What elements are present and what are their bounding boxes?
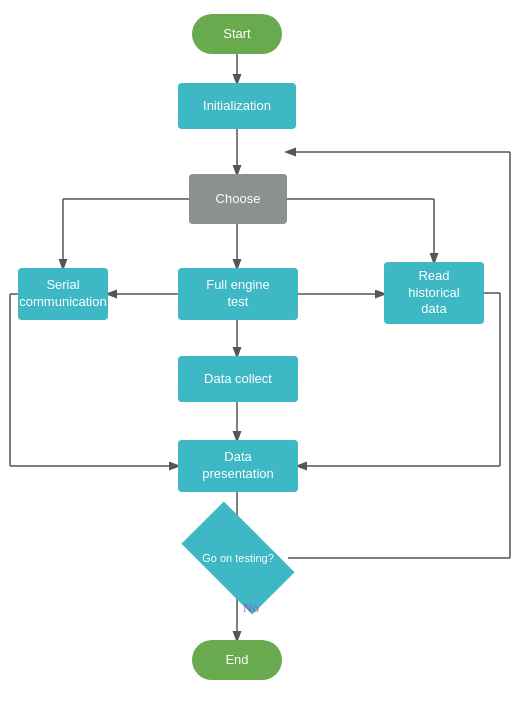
full-engine-node: Full engine test	[178, 268, 298, 320]
choose-label: Choose	[216, 191, 261, 208]
data-presentation-label: Data presentation	[202, 449, 274, 483]
read-historical-node: Read historical data	[384, 262, 484, 324]
initialization-label: Initialization	[203, 98, 271, 115]
read-historical-label: Read historical data	[408, 268, 459, 319]
choose-node: Choose	[189, 174, 287, 224]
full-engine-label: Full engine test	[206, 277, 270, 311]
no-label: No	[243, 600, 259, 616]
flowchart: Start Initialization Choose Serial commu…	[0, 0, 524, 711]
end-node: End	[192, 640, 282, 680]
serial-comm-label: Serial communication	[19, 277, 106, 311]
serial-comm-node: Serial communication	[18, 268, 108, 320]
data-collect-label: Data collect	[204, 371, 272, 388]
data-presentation-node: Data presentation	[178, 440, 298, 492]
data-collect-node: Data collect	[178, 356, 298, 402]
go-on-testing-diamond	[181, 501, 294, 614]
end-label: End	[225, 652, 248, 669]
start-label: Start	[223, 26, 250, 43]
go-on-testing-node: Go on testing?	[188, 522, 288, 594]
start-node: Start	[192, 14, 282, 54]
initialization-node: Initialization	[178, 83, 296, 129]
